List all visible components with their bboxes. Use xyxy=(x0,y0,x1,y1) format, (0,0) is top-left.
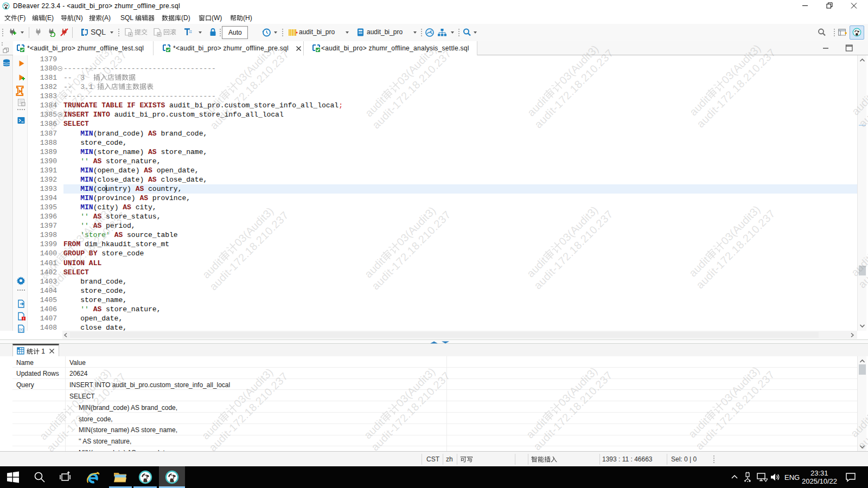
svg-text:(x): (x) xyxy=(19,328,23,332)
